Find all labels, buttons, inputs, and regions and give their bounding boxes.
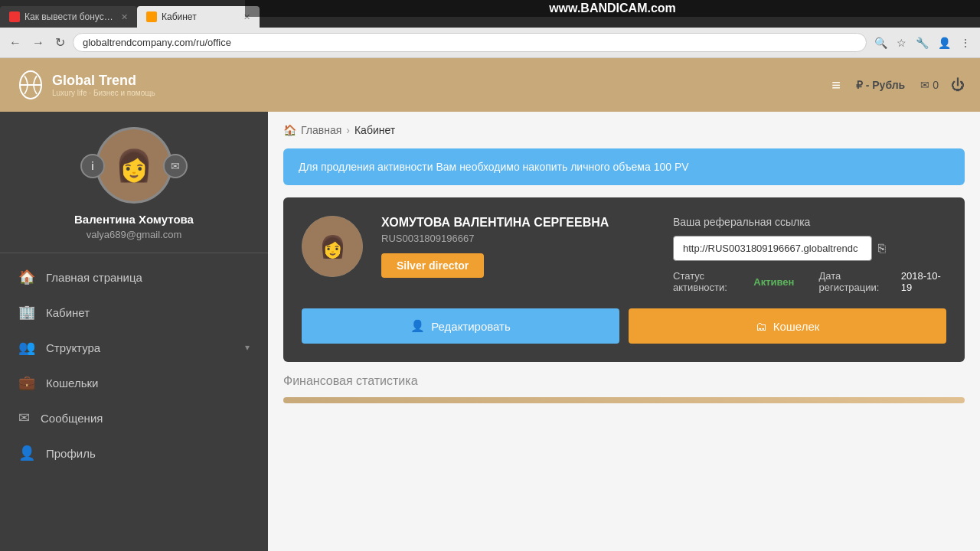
breadcrumb-separator: › <box>346 124 350 136</box>
reload-button[interactable]: ↻ <box>52 32 68 53</box>
info-banner: Для продления активности Вам необходимо … <box>283 148 965 185</box>
sidebar-label-profile: Профиль <box>46 447 250 460</box>
browser-nav-bar: ← → ↻ globaltrendcompany.com/ru/office 🔍… <box>0 28 980 58</box>
nav-icons: 🔍 ☆ 🔧 👤 ⋮ <box>871 35 974 51</box>
rank-button[interactable]: Silver director <box>381 253 484 278</box>
message-button[interactable]: ✉ <box>163 154 188 178</box>
info-button[interactable]: i <box>80 154 105 178</box>
app-header: Global Trend Luxury life · Бизнес и помо… <box>0 58 980 112</box>
sidebar-item-structure[interactable]: 👥 Структура ▾ <box>0 330 268 365</box>
logo-icon <box>15 70 46 100</box>
app-container: Global Trend Luxury life · Бизнес и помо… <box>0 58 980 551</box>
activity-status-item: Статус активности: Активен <box>673 270 794 293</box>
wallet-label: Кошелек <box>773 320 820 333</box>
profile-avatar-placeholder: 👩 <box>302 216 363 277</box>
header-mail: ✉ 0 <box>920 79 939 91</box>
breadcrumb-home-link[interactable]: Главная <box>301 124 341 136</box>
breadcrumb: 🏠 Главная › Кабинет <box>283 124 965 136</box>
tab-1-close[interactable]: ✕ <box>121 12 128 22</box>
tab-2[interactable]: Кабинет ✕ <box>137 6 260 28</box>
header-menu-icon[interactable]: ≡ <box>831 77 841 94</box>
sidebar-item-home[interactable]: 🏠 Главная страница <box>0 259 268 295</box>
tab-1-icon <box>9 11 20 22</box>
edit-label: Редактировать <box>431 320 511 333</box>
cabinet-icon: 🏢 <box>18 304 35 321</box>
sidebar-profile: 👩 i ✉ Валентина Хомутова valya689@gmail.… <box>0 112 268 253</box>
logo-main-text: Global Trend <box>52 73 155 89</box>
address-bar[interactable]: globaltrendcompany.com/ru/office <box>73 33 867 52</box>
finance-bar <box>283 397 965 403</box>
sidebar-label-home: Главная страница <box>46 271 250 284</box>
browser-tab-bar: Как вывести бонусы из кабине... ✕ Кабине… <box>0 0 980 28</box>
extension-icon-btn[interactable]: 🔧 <box>913 35 932 51</box>
address-url: globaltrendcompany.com/ru/office <box>83 37 231 48</box>
sidebar-item-cabinet[interactable]: 🏢 Кабинет <box>0 295 268 330</box>
tab-1-label: Как вывести бонусы из кабине... <box>24 11 116 22</box>
sidebar-label-cabinet: Кабинет <box>46 306 250 319</box>
reg-date-label: Дата регистрации: <box>818 270 894 293</box>
sidebar-item-profile[interactable]: 👤 Профиль <box>0 435 268 471</box>
home-breadcrumb-icon: 🏠 <box>283 124 296 136</box>
profile-card-inner: 👩 ХОМУТОВА ВАЛЕНТИНА СЕРГЕЕВНА RUS003180… <box>302 216 946 293</box>
avatar-placeholder: 👩 <box>98 129 170 201</box>
bookmark-icon-btn[interactable]: ☆ <box>893 35 910 51</box>
mail-icon[interactable]: ✉ <box>920 79 929 91</box>
home-icon: 🏠 <box>18 269 35 285</box>
sidebar-label-messages: Сообщения <box>41 412 250 425</box>
activity-status-value: Активен <box>753 276 794 288</box>
profile-full-name: ХОМУТОВА ВАЛЕНТИНА СЕРГЕЕВНА <box>381 216 655 230</box>
edit-icon: 👤 <box>410 319 425 333</box>
structure-icon: 👥 <box>18 339 35 356</box>
referral-input-row: ⎘ <box>673 236 946 261</box>
profile-user-id: RUS0031809196667 <box>381 233 655 244</box>
reg-date-item: Дата регистрации: 2018-10-19 <box>818 270 946 293</box>
copy-referral-button[interactable]: ⎘ <box>878 242 886 256</box>
sidebar-item-wallets[interactable]: 💼 Кошельки <box>0 365 268 400</box>
header-currency: ₽ - Рубль <box>856 79 905 91</box>
logo-sub-text: Luxury life · Бизнес и помощь <box>52 89 155 97</box>
sidebar-label-wallets: Кошельки <box>46 377 250 390</box>
profile-icon: 👤 <box>18 445 35 461</box>
sidebar-user-name: Валентина Хомутова <box>74 213 194 226</box>
referral-label: Ваша реферальная ссылка <box>673 216 946 228</box>
mail-count: 0 <box>933 79 939 91</box>
search-icon-btn[interactable]: 🔍 <box>871 35 890 51</box>
sidebar-item-messages[interactable]: ✉ Сообщения <box>0 400 268 435</box>
profile-info: ХОМУТОВА ВАЛЕНТИНА СЕРГЕЕВНА RUS00318091… <box>381 216 655 293</box>
wallets-icon: 💼 <box>18 374 35 391</box>
status-row: Статус активности: Активен Дата регистра… <box>673 270 946 293</box>
menu-icon-btn[interactable]: ⋮ <box>957 35 974 51</box>
reg-date-value: 2018-10-19 <box>901 270 946 293</box>
finance-title: Финансовая статистика <box>283 374 965 388</box>
avatar-container: 👩 i ✉ <box>96 127 172 204</box>
finance-section: Финансовая статистика <box>283 374 965 403</box>
tab-1[interactable]: Как вывести бонусы из кабине... ✕ <box>0 6 137 28</box>
tab-2-icon <box>146 11 157 22</box>
sidebar-user-email: valya689@gmail.com <box>87 229 181 240</box>
main-area: 👩 i ✉ Валентина Хомутова valya689@gmail.… <box>0 112 980 551</box>
content-area: 🏠 Главная › Кабинет Для продления активн… <box>268 112 980 551</box>
action-buttons: 👤 Редактировать 🗂 Кошелек <box>302 308 946 344</box>
tab-2-close[interactable]: ✕ <box>243 12 250 22</box>
profile-card-avatar: 👩 <box>302 216 363 277</box>
logo-text: Global Trend Luxury life · Бизнес и помо… <box>52 73 155 97</box>
tab-2-label: Кабинет <box>162 11 197 22</box>
info-banner-text: Для продления активности Вам необходимо … <box>299 161 689 173</box>
back-button[interactable]: ← <box>6 33 24 53</box>
profile-card: 👩 ХОМУТОВА ВАЛЕНТИНА СЕРГЕЕВНА RUS003180… <box>283 197 965 362</box>
power-icon[interactable]: ⏻ <box>951 77 965 93</box>
forward-button[interactable]: → <box>29 33 47 53</box>
edit-button[interactable]: 👤 Редактировать <box>302 308 619 344</box>
logo-area: Global Trend Luxury life · Бизнес и помо… <box>15 70 155 100</box>
sidebar-nav: 🏠 Главная страница 🏢 Кабинет 👥 Структура… <box>0 253 268 477</box>
avatar-image: 👩 <box>96 127 172 204</box>
wallet-button[interactable]: 🗂 Кошелек <box>629 308 946 344</box>
breadcrumb-current: Кабинет <box>354 124 395 136</box>
referral-section: Ваша реферальная ссылка ⎘ Статус активно… <box>673 216 946 293</box>
wallet-icon: 🗂 <box>756 320 767 333</box>
referral-url-input[interactable] <box>673 236 872 261</box>
structure-chevron-icon: ▾ <box>245 342 250 353</box>
sidebar-label-structure: Структура <box>46 341 234 354</box>
sidebar: 👩 i ✉ Валентина Хомутова valya689@gmail.… <box>0 112 268 551</box>
user-icon-btn[interactable]: 👤 <box>935 35 954 51</box>
